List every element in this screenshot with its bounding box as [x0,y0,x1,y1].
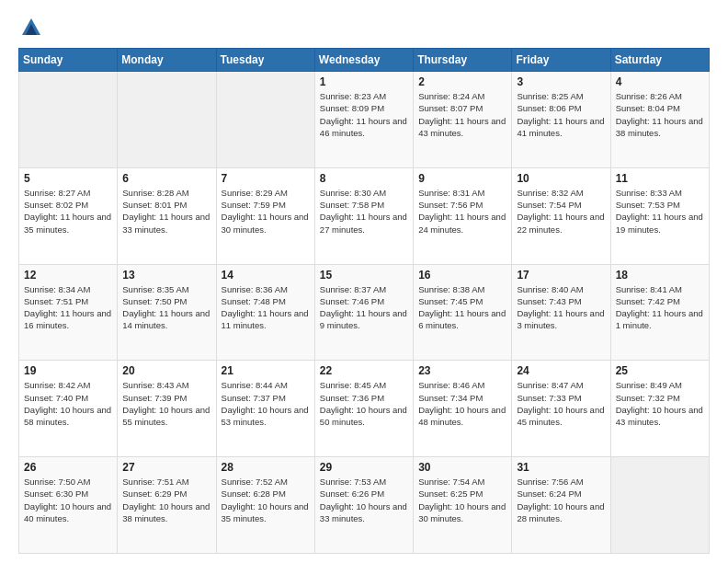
calendar-week-0: 1Sunrise: 8:23 AM Sunset: 8:09 PM Daylig… [19,72,710,168]
day-info: Sunrise: 8:33 AM Sunset: 7:53 PM Dayligh… [616,187,704,236]
day-number: 17 [517,269,605,282]
calendar-cell: 24Sunrise: 8:47 AM Sunset: 7:33 PM Dayli… [512,361,610,457]
calendar-cell: 26Sunrise: 7:50 AM Sunset: 6:30 PM Dayli… [19,457,118,554]
day-info: Sunrise: 8:46 AM Sunset: 7:34 PM Dayligh… [418,379,506,428]
weekday-header-sunday: Sunday [19,49,118,72]
day-number: 26 [24,461,112,474]
day-info: Sunrise: 7:54 AM Sunset: 6:25 PM Dayligh… [418,476,506,524]
calendar-week-3: 19Sunrise: 8:42 AM Sunset: 7:40 PM Dayli… [19,361,710,457]
day-info: Sunrise: 8:42 AM Sunset: 7:40 PM Dayligh… [24,379,112,428]
calendar-cell: 19Sunrise: 8:42 AM Sunset: 7:40 PM Dayli… [19,361,118,457]
day-info: Sunrise: 8:23 AM Sunset: 8:09 PM Dayligh… [320,90,408,139]
calendar-cell: 27Sunrise: 7:51 AM Sunset: 6:29 PM Dayli… [118,457,216,554]
weekday-header-row: SundayMondayTuesdayWednesdayThursdayFrid… [19,49,710,72]
day-info: Sunrise: 7:51 AM Sunset: 6:29 PM Dayligh… [122,476,210,524]
calendar-cell: 28Sunrise: 7:52 AM Sunset: 6:28 PM Dayli… [216,457,314,554]
page: SundayMondayTuesdayWednesdayThursdayFrid… [0,0,728,563]
calendar-table: SundayMondayTuesdayWednesdayThursdayFrid… [18,48,710,554]
calendar-cell: 3Sunrise: 8:25 AM Sunset: 8:06 PM Daylig… [512,72,610,168]
day-info: Sunrise: 8:36 AM Sunset: 7:48 PM Dayligh… [222,283,310,332]
calendar-cell [610,457,709,554]
day-info: Sunrise: 8:25 AM Sunset: 8:06 PM Dayligh… [517,90,605,139]
calendar-cell: 2Sunrise: 8:24 AM Sunset: 8:07 PM Daylig… [414,72,512,168]
calendar-cell: 21Sunrise: 8:44 AM Sunset: 7:37 PM Dayli… [216,361,314,457]
day-info: Sunrise: 8:40 AM Sunset: 7:43 PM Dayligh… [517,283,605,332]
weekday-header-wednesday: Wednesday [314,49,413,72]
calendar-week-4: 26Sunrise: 7:50 AM Sunset: 6:30 PM Dayli… [19,457,710,554]
day-info: Sunrise: 8:28 AM Sunset: 8:01 PM Dayligh… [122,187,210,236]
day-info: Sunrise: 8:24 AM Sunset: 8:07 PM Dayligh… [418,90,506,139]
calendar-cell [19,72,118,168]
day-number: 11 [616,172,704,185]
calendar-cell: 11Sunrise: 8:33 AM Sunset: 7:53 PM Dayli… [610,167,709,264]
day-number: 19 [24,364,112,377]
day-number: 9 [418,172,506,185]
day-number: 12 [24,269,112,282]
calendar-cell: 30Sunrise: 7:54 AM Sunset: 6:25 PM Dayli… [414,457,512,554]
day-info: Sunrise: 8:31 AM Sunset: 7:56 PM Dayligh… [418,187,506,236]
day-number: 18 [616,269,704,282]
calendar-cell: 22Sunrise: 8:45 AM Sunset: 7:36 PM Dayli… [314,361,413,457]
calendar-cell: 31Sunrise: 7:56 AM Sunset: 6:24 PM Dayli… [512,457,610,554]
day-number: 31 [517,461,605,474]
day-number: 24 [517,364,605,377]
day-number: 22 [320,364,408,377]
day-info: Sunrise: 8:27 AM Sunset: 8:02 PM Dayligh… [24,187,112,236]
weekday-header-tuesday: Tuesday [216,49,314,72]
day-number: 30 [418,461,506,474]
day-info: Sunrise: 8:34 AM Sunset: 7:51 PM Dayligh… [24,283,112,332]
calendar-cell: 12Sunrise: 8:34 AM Sunset: 7:51 PM Dayli… [19,264,118,361]
day-info: Sunrise: 8:30 AM Sunset: 7:58 PM Dayligh… [320,187,408,236]
day-number: 20 [122,364,210,377]
day-info: Sunrise: 8:41 AM Sunset: 7:42 PM Dayligh… [616,283,704,332]
day-number: 27 [122,461,210,474]
calendar-cell: 15Sunrise: 8:37 AM Sunset: 7:46 PM Dayli… [314,264,413,361]
calendar-cell: 23Sunrise: 8:46 AM Sunset: 7:34 PM Dayli… [414,361,512,457]
day-info: Sunrise: 8:37 AM Sunset: 7:46 PM Dayligh… [320,283,408,332]
calendar-cell: 4Sunrise: 8:26 AM Sunset: 8:04 PM Daylig… [610,72,709,168]
calendar-cell [216,72,314,168]
calendar-cell: 6Sunrise: 8:28 AM Sunset: 8:01 PM Daylig… [118,167,216,264]
calendar-cell: 10Sunrise: 8:32 AM Sunset: 7:54 PM Dayli… [512,167,610,264]
day-info: Sunrise: 8:49 AM Sunset: 7:32 PM Dayligh… [616,379,704,428]
calendar-cell: 17Sunrise: 8:40 AM Sunset: 7:43 PM Dayli… [512,264,610,361]
day-info: Sunrise: 7:53 AM Sunset: 6:26 PM Dayligh… [320,476,408,524]
day-number: 8 [320,172,408,185]
logo [18,15,48,40]
calendar-cell: 13Sunrise: 8:35 AM Sunset: 7:50 PM Dayli… [118,264,216,361]
day-number: 1 [320,75,408,88]
day-info: Sunrise: 8:43 AM Sunset: 7:39 PM Dayligh… [122,379,210,428]
day-info: Sunrise: 8:38 AM Sunset: 7:45 PM Dayligh… [418,283,506,332]
calendar-cell: 5Sunrise: 8:27 AM Sunset: 8:02 PM Daylig… [19,167,118,264]
calendar-cell [118,72,216,168]
day-number: 25 [616,364,704,377]
day-number: 29 [320,461,408,474]
day-number: 23 [418,364,506,377]
day-number: 5 [24,172,112,185]
day-number: 16 [418,269,506,282]
day-info: Sunrise: 7:50 AM Sunset: 6:30 PM Dayligh… [24,476,112,524]
day-info: Sunrise: 8:26 AM Sunset: 8:04 PM Dayligh… [616,90,704,139]
day-info: Sunrise: 7:56 AM Sunset: 6:24 PM Dayligh… [517,476,605,524]
day-number: 2 [418,75,506,88]
header [18,15,710,40]
day-number: 6 [122,172,210,185]
calendar-cell: 25Sunrise: 8:49 AM Sunset: 7:32 PM Dayli… [610,361,709,457]
day-info: Sunrise: 7:52 AM Sunset: 6:28 PM Dayligh… [222,476,310,524]
day-number: 15 [320,269,408,282]
calendar-cell: 20Sunrise: 8:43 AM Sunset: 7:39 PM Dayli… [118,361,216,457]
weekday-header-thursday: Thursday [414,49,512,72]
weekday-header-saturday: Saturday [610,49,709,72]
day-info: Sunrise: 8:44 AM Sunset: 7:37 PM Dayligh… [222,379,310,428]
weekday-header-friday: Friday [512,49,610,72]
weekday-header-monday: Monday [118,49,216,72]
day-number: 21 [222,364,310,377]
calendar-cell: 8Sunrise: 8:30 AM Sunset: 7:58 PM Daylig… [314,167,413,264]
day-info: Sunrise: 8:29 AM Sunset: 7:59 PM Dayligh… [222,187,310,236]
calendar-cell: 9Sunrise: 8:31 AM Sunset: 7:56 PM Daylig… [414,167,512,264]
day-number: 28 [222,461,310,474]
calendar-cell: 18Sunrise: 8:41 AM Sunset: 7:42 PM Dayli… [610,264,709,361]
logo-icon [18,15,44,40]
day-number: 3 [517,75,605,88]
day-info: Sunrise: 8:47 AM Sunset: 7:33 PM Dayligh… [517,379,605,428]
